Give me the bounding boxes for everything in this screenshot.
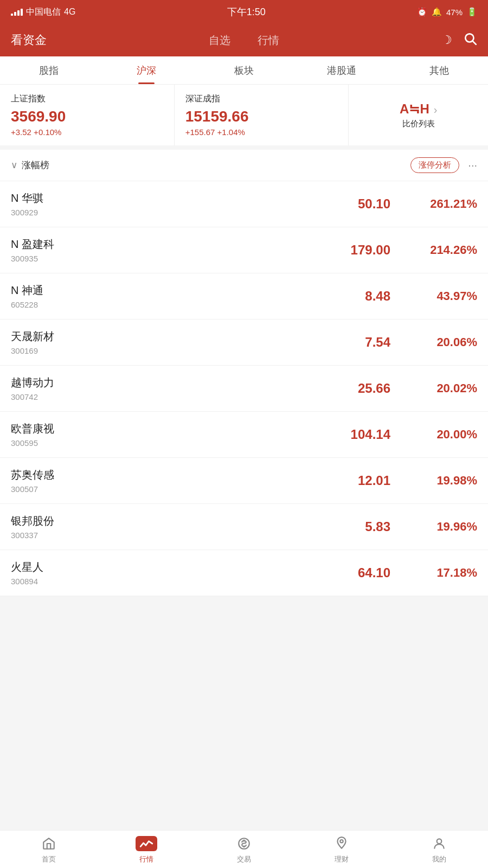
bottom-nav-market-label: 行情 [139,854,153,864]
time-label: 下午1:50 [227,5,266,18]
bottom-nav-mine[interactable]: 我的 [390,831,488,868]
search-icon[interactable] [463,31,477,49]
rise-chevron-icon: ∨ [11,159,17,171]
rise-title-text: 涨幅榜 [22,159,49,171]
stock-item[interactable]: 欧普康视 300595 104.14 20.00% [0,412,488,458]
stock-item[interactable]: 火星人 300894 64.10 17.18% [0,550,488,596]
stock-info: 欧普康视 300595 [11,422,314,448]
stock-name: 越博动力 [11,375,314,390]
tab-ganggu[interactable]: 港股通 [293,56,390,84]
trade-icon [232,835,256,852]
stock-item[interactable]: N 盈建科 300935 179.00 214.26% [0,227,488,273]
stock-name: 苏奥传感 [11,468,314,482]
index-value-shanghai: 3569.90 [11,108,163,125]
bottom-nav-trade-label: 交易 [237,854,251,864]
stock-info: 火星人 300894 [11,560,314,586]
rise-stop-button[interactable]: 涨停分析 [410,157,459,173]
stock-code: 300337 [11,531,314,540]
more-options-button[interactable]: ··· [468,159,477,171]
stock-price: 179.00 [314,242,390,258]
ah-arrow-icon: › [434,104,438,116]
stock-info: 天晟新材 300169 [11,329,314,355]
ah-comparison-card[interactable]: A≒H › 比价列表 [349,85,488,145]
stock-item[interactable]: 银邦股份 300337 5.83 19.96% [0,504,488,550]
stock-name: N 盈建科 [11,237,314,252]
stock-code: 300169 [11,346,314,355]
tab-bankuai[interactable]: 板块 [195,56,293,84]
status-left: 中国电信 4G [11,7,75,18]
bottom-nav-mine-label: 我的 [432,854,446,864]
bottom-nav-home[interactable]: 首页 [0,831,98,868]
index-card-shenzhen[interactable]: 深证成指 15159.66 +155.67 +1.04% [175,85,349,145]
stock-pct: 214.26% [407,243,477,257]
stock-pct: 17.18% [407,566,477,580]
tab-qita[interactable]: 其他 [390,56,488,84]
stock-name: 欧普康视 [11,422,314,436]
tab-hushen[interactable]: 沪深 [98,56,195,84]
moon-icon[interactable]: ☽ [441,33,452,47]
clock-icon: ⏰ [417,7,427,17]
stock-pct: 20.00% [407,427,477,442]
signal-icon [11,8,23,16]
index-card-shanghai[interactable]: 上证指数 3569.90 +3.52 +0.10% [0,85,175,145]
nav-center: 自选 行情 [209,33,279,48]
bottom-nav-market[interactable]: 行情 [98,831,195,868]
stock-pct: 43.97% [407,289,477,303]
rise-header: ∨ 涨幅榜 涨停分析 ··· [0,150,488,181]
index-name-shanghai: 上证指数 [11,93,163,105]
bottom-nav: 首页 行情 交易 理财 [0,830,488,868]
stock-item[interactable]: N 神通 605228 8.48 43.97% [0,273,488,320]
app-title[interactable]: 看资金 [11,32,47,48]
top-nav: 看资金 自选 行情 ☽ [0,24,488,56]
stock-pct: 20.02% [407,381,477,395]
stock-code: 300742 [11,392,314,401]
stock-name: N 华骐 [11,191,314,206]
stock-info: N 盈建科 300935 [11,237,314,263]
nav-right: ☽ [441,31,477,49]
stock-info: 越博动力 300742 [11,375,314,401]
stock-info: 银邦股份 300337 [11,514,314,540]
rise-header-right: 涨停分析 ··· [410,157,477,173]
stock-item[interactable]: 天晟新材 300169 7.54 20.06% [0,320,488,366]
stock-name: 银邦股份 [11,514,314,528]
home-icon [37,835,61,852]
stock-price: 64.10 [314,565,390,580]
bottom-nav-finance[interactable]: 理财 [293,831,390,868]
market-icon [134,835,158,852]
alarm-icon: 🔔 [432,7,442,17]
ah-title: A≒H [400,101,429,117]
stock-code: 300507 [11,484,314,494]
stock-price: 104.14 [314,427,390,442]
stock-pct: 261.21% [407,197,477,211]
tab-guzhi[interactable]: 股指 [0,56,98,84]
stock-price: 5.83 [314,519,390,534]
bottom-nav-trade[interactable]: 交易 [195,831,293,868]
stock-item[interactable]: 越博动力 300742 25.66 20.02% [0,366,488,412]
stock-price: 12.01 [314,473,390,488]
stock-name: N 神通 [11,283,314,298]
stock-name: 火星人 [11,560,314,575]
stock-price: 7.54 [314,335,390,350]
index-change-shanghai: +3.52 +0.10% [11,127,163,137]
stock-code: 300894 [11,577,314,586]
nav-zixuan[interactable]: 自选 [209,33,230,48]
mine-icon [427,835,451,852]
svg-point-4 [437,839,442,844]
stock-pct: 20.06% [407,335,477,349]
status-right: ⏰ 🔔 47% 🔋 [417,7,477,17]
bottom-nav-finance-label: 理财 [335,854,349,864]
finance-icon [330,835,354,852]
category-tabs: 股指 沪深 板块 港股通 其他 [0,56,488,85]
svg-line-1 [473,41,476,44]
index-section: 上证指数 3569.90 +3.52 +0.10% 深证成指 15159.66 … [0,85,488,150]
status-bar: 中国电信 4G 下午1:50 ⏰ 🔔 47% 🔋 [0,0,488,24]
battery-icon: 🔋 [467,7,477,17]
stock-code: 300595 [11,438,314,448]
stock-item[interactable]: 苏奥传感 300507 12.01 19.98% [0,458,488,504]
nav-hangqing[interactable]: 行情 [258,33,279,48]
stock-item[interactable]: N 华骐 300929 50.10 261.21% [0,181,488,227]
rise-title[interactable]: ∨ 涨幅榜 [11,159,49,171]
stock-price: 8.48 [314,289,390,304]
index-change-shenzhen: +155.67 +1.04% [185,127,338,137]
svg-point-3 [340,839,343,842]
